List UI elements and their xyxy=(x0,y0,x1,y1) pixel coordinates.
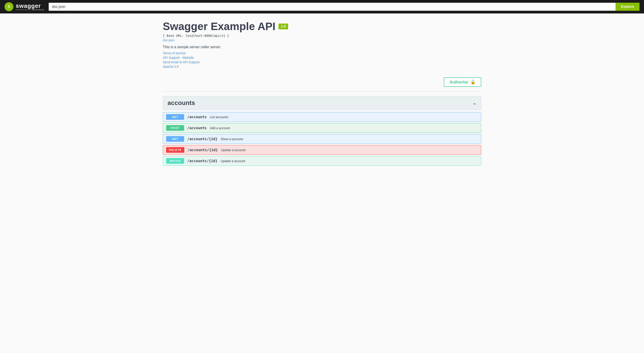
method-badge-delete: DELETE xyxy=(166,147,184,153)
base-url: [ Base URL: localhost:8080/api/v1 ] xyxy=(163,34,481,38)
search-input[interactable] xyxy=(49,3,616,11)
version-badge: 1.0 xyxy=(278,24,288,30)
method-badge-patch: PATCH xyxy=(166,158,184,164)
endpoint-row[interactable]: DELETE /accounts/{id} Update a account xyxy=(163,145,481,155)
swagger-wordmark: swagger xyxy=(16,3,44,9)
authorize-button-label: Authorize xyxy=(450,80,468,84)
accounts-section-header[interactable]: accounts ⌄ xyxy=(163,96,481,110)
explore-button[interactable]: Explore xyxy=(616,3,640,11)
endpoint-path: /accounts/{id} xyxy=(187,159,218,163)
endpoint-row[interactable]: POST /accounts Add a account xyxy=(163,123,481,133)
api-description: This is a sample server celler server. xyxy=(163,45,481,49)
accounts-section: accounts ⌄ GET /accounts List accounts P… xyxy=(163,96,481,168)
api-info-section: Swagger Example API 1.0 [ Base URL: loca… xyxy=(163,14,481,73)
endpoint-description: Add a account xyxy=(210,126,230,130)
logo-text: swagger Supported by SMARTBEAR xyxy=(16,3,44,11)
main-content: Swagger Example API 1.0 [ Base URL: loca… xyxy=(158,14,486,168)
endpoint-description: List accounts xyxy=(210,115,228,119)
endpoint-path: /accounts/{id} xyxy=(187,137,218,141)
authorize-button[interactable]: Authorize 🔓 xyxy=(444,77,481,87)
chevron-down-icon: ⌄ xyxy=(472,100,476,106)
search-area: Explore xyxy=(49,3,640,11)
swagger-logo-icon: S xyxy=(4,2,14,11)
endpoint-description: Update a account xyxy=(221,148,246,152)
doc-link[interactable]: doc.json xyxy=(163,38,481,42)
endpoint-description: Show a account xyxy=(221,137,243,141)
endpoint-path: /accounts/{id} xyxy=(188,148,218,152)
api-title: Swagger Example API xyxy=(163,20,275,32)
app-header: S swagger Supported by SMARTBEAR Explore xyxy=(0,0,644,14)
endpoint-path: /accounts xyxy=(187,115,207,119)
accounts-section-title: accounts xyxy=(168,99,195,106)
svg-text:S: S xyxy=(8,4,10,9)
authorize-area: Authorize 🔓 xyxy=(163,73,481,92)
license-link[interactable]: Apache 2.0 xyxy=(163,65,481,68)
endpoint-row[interactable]: GET /accounts/{id} Show a account xyxy=(163,134,481,144)
terms-of-service-link[interactable]: Terms of service xyxy=(163,51,481,55)
logo-area: S swagger Supported by SMARTBEAR xyxy=(4,2,44,11)
api-title-row: Swagger Example API 1.0 xyxy=(163,20,481,32)
endpoint-path: /accounts xyxy=(187,126,207,130)
endpoint-description: Update a account xyxy=(221,159,245,163)
lock-icon: 🔓 xyxy=(470,80,476,84)
method-badge-get: GET xyxy=(166,114,184,120)
method-badge-get: GET xyxy=(166,136,184,142)
api-support-website-link[interactable]: API Support - Website xyxy=(163,56,481,60)
supported-by-label: Supported by SMARTBEAR xyxy=(16,9,44,11)
endpoint-row[interactable]: PATCH /accounts/{id} Update a account xyxy=(163,156,481,166)
endpoint-row[interactable]: GET /accounts List accounts xyxy=(163,112,481,122)
endpoint-list: GET /accounts List accounts POST /accoun… xyxy=(163,110,481,168)
send-email-link[interactable]: Send email to API Support xyxy=(163,60,481,64)
method-badge-post: POST xyxy=(166,125,184,131)
